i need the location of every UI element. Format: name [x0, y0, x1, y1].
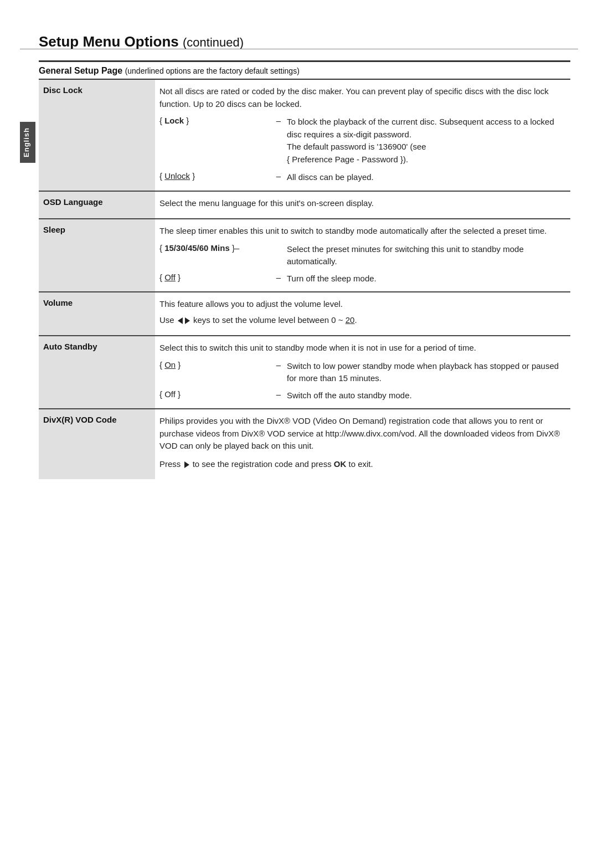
option-dash-mins: [270, 242, 287, 269]
list-item: { Lock } – To block the playback of the …: [159, 115, 566, 167]
label-auto-standby: Auto Standby: [39, 336, 155, 408]
section-header-bold: General Setup Page: [39, 66, 122, 75]
title-text: Setup Menu Options: [39, 33, 179, 50]
label-divx-vod: DivX(R) VOD Code: [39, 409, 155, 479]
list-item: { Off } – Turn off the sleep mode.: [159, 269, 566, 286]
list-item: { 15/30/45/60 Mins }– Select the preset …: [159, 242, 566, 269]
desc-osd-language: Select the menu language for this unit's…: [155, 192, 570, 219]
option-key-off-standby: { Off }: [159, 386, 270, 403]
divx-vod-desc: Philips provides you with the DivX® VOD …: [159, 415, 566, 453]
disc-lock-options: { Lock } – To block the playback of the …: [159, 115, 566, 185]
option-key-lock: { Lock }: [159, 115, 270, 167]
disc-lock-desc: Not all discs are rated or coded by the …: [159, 85, 566, 110]
option-dash-off-sleep: –: [270, 269, 287, 286]
option-desc-mins: Select the preset minutes for switching …: [287, 242, 566, 269]
content-table: Disc Lock Not all discs are rated or cod…: [39, 80, 570, 479]
desc-volume: This feature allows you to adjust the vo…: [155, 292, 570, 335]
label-osd-language: OSD Language: [39, 192, 155, 219]
option-desc-on: Switch to low power standby mode when pl…: [287, 359, 566, 386]
page-wrapper: English Setup Menu Options (continued) G…: [0, 33, 598, 868]
option-desc-lock: To block the playback of the current dis…: [287, 115, 566, 167]
label-sleep: Sleep: [39, 219, 155, 291]
option-dash-on: –: [270, 359, 287, 386]
option-desc-off-sleep: Turn off the sleep mode.: [287, 269, 566, 286]
desc-sleep: The sleep timer enables this unit to swi…: [155, 219, 570, 291]
table-row: Disc Lock Not all discs are rated or cod…: [39, 80, 570, 191]
option-dash-off-standby: –: [270, 386, 287, 403]
section-header: General Setup Page (underlined options a…: [39, 60, 570, 80]
triangle-right-icon2: [184, 461, 189, 468]
option-desc-off-standby: Switch off the auto standby mode.: [287, 386, 566, 403]
page-border-top: [20, 49, 578, 49]
volume-desc: This feature allows you to adjust the vo…: [159, 298, 566, 311]
option-key-on: { On }: [159, 359, 270, 386]
table-row: Volume This feature allows you to adjust…: [39, 292, 570, 335]
list-item: { On } – Switch to low power standby mod…: [159, 359, 566, 386]
osd-language-desc: Select the menu language for this unit's…: [159, 197, 566, 210]
auto-standby-desc: Select this to switch this unit to stand…: [159, 342, 566, 355]
main-content: Setup Menu Options (continued) General S…: [39, 33, 570, 479]
option-key-mins: { 15/30/45/60 Mins }–: [159, 242, 270, 269]
label-volume: Volume: [39, 292, 155, 335]
option-dash-unlock: –: [270, 167, 287, 185]
triangle-right-icon: [185, 317, 190, 324]
title-suffix: (continued): [183, 35, 244, 49]
table-row: Auto Standby Select this to switch this …: [39, 336, 570, 408]
label-disc-lock: Disc Lock: [39, 80, 155, 191]
auto-standby-options: { On } – Switch to low power standby mod…: [159, 359, 566, 403]
option-key-off-sleep: { Off }: [159, 269, 270, 286]
sleep-options: { 15/30/45/60 Mins }– Select the preset …: [159, 242, 566, 286]
option-key-unlock: { Unlock }: [159, 167, 270, 185]
sidebar-label: English: [20, 122, 35, 163]
page-title: Setup Menu Options (continued): [39, 33, 570, 50]
desc-divx-vod: Philips provides you with the DivX® VOD …: [155, 409, 570, 479]
triangle-left-icon: [178, 317, 183, 324]
desc-auto-standby: Select this to switch this unit to stand…: [155, 336, 570, 408]
table-row: DivX(R) VOD Code Philips provides you wi…: [39, 409, 570, 479]
sleep-desc: The sleep timer enables this unit to swi…: [159, 225, 566, 238]
table-row: Sleep The sleep timer enables this unit …: [39, 219, 570, 291]
option-desc-unlock: All discs can be played.: [287, 167, 566, 185]
list-item: { Unlock } – All discs can be played.: [159, 167, 566, 185]
volume-desc2: Use keys to set the volume level between…: [159, 314, 566, 327]
section-header-normal: (underlined options are the factory defa…: [125, 66, 300, 75]
list-item: { Off } – Switch off the auto standby mo…: [159, 386, 566, 403]
option-dash: –: [270, 115, 287, 167]
desc-disc-lock: Not all discs are rated or coded by the …: [155, 80, 570, 191]
table-row: OSD Language Select the menu language fo…: [39, 192, 570, 219]
divx-vod-desc2: Press to see the registration code and p…: [159, 458, 566, 471]
